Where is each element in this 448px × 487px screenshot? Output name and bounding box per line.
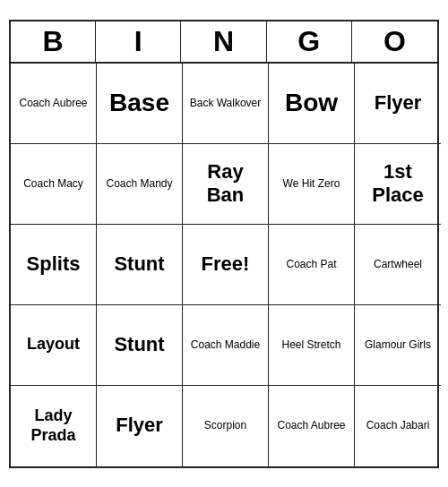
bingo-cell-4: Flyer	[355, 64, 441, 144]
cell-text-22: Scorpion	[204, 419, 246, 431]
bingo-cell-15: Layout	[11, 305, 97, 386]
cell-text-18: Heel Stretch	[281, 338, 340, 351]
bingo-cell-23: Coach Aubree	[269, 386, 355, 466]
bingo-card: BINGO Coach AubreeBaseBack WalkoverBowFl…	[9, 20, 439, 468]
cell-text-0: Coach Aubree	[19, 97, 87, 109]
cell-text-1: Base	[109, 88, 169, 118]
bingo-cell-5: Coach Macy	[11, 144, 97, 225]
bingo-cell-16: Stunt	[97, 305, 183, 386]
cell-text-14: Cartwheel	[374, 258, 422, 270]
cell-text-23: Coach Aubree	[277, 419, 345, 431]
bingo-cell-14: Cartwheel	[355, 225, 441, 305]
cell-text-12: Free!	[202, 252, 250, 276]
cell-text-17: Coach Maddie	[191, 338, 260, 351]
cell-text-3: Bow	[285, 88, 338, 118]
bingo-cell-22: Scorpion	[183, 386, 269, 466]
bingo-cell-21: Flyer	[97, 386, 183, 466]
cell-text-9: 1st Place	[358, 160, 437, 208]
bingo-grid: Coach AubreeBaseBack WalkoverBowFlyerCoa…	[11, 64, 437, 466]
cell-text-19: Glamour Girls	[365, 338, 431, 351]
bingo-cell-0: Coach Aubree	[11, 64, 97, 144]
header-letter-o: O	[352, 21, 437, 62]
cell-text-5: Coach Macy	[23, 177, 83, 190]
cell-text-13: Coach Pat	[286, 258, 336, 270]
cell-text-21: Flyer	[116, 414, 163, 437]
header-letter-b: B	[11, 21, 96, 62]
bingo-cell-20: Lady Prada	[11, 386, 97, 466]
header-letter-i: I	[96, 21, 181, 62]
header-letter-g: G	[267, 21, 352, 62]
bingo-cell-8: We Hit Zero	[269, 144, 355, 225]
bingo-cell-18: Heel Stretch	[269, 305, 355, 386]
cell-text-2: Back Walkover	[190, 97, 262, 109]
cell-text-24: Coach Jabari	[366, 419, 430, 431]
bingo-cell-11: Stunt	[97, 225, 183, 305]
cell-text-20: Lady Prada	[14, 406, 92, 445]
bingo-cell-24: Coach Jabari	[355, 386, 441, 466]
bingo-cell-9: 1st Place	[355, 144, 441, 225]
cell-text-6: Coach Mandy	[106, 177, 172, 190]
cell-text-16: Stunt	[114, 333, 164, 356]
bingo-cell-3: Bow	[269, 64, 355, 144]
bingo-cell-12: Free!	[183, 225, 269, 305]
cell-text-4: Flyer	[375, 91, 422, 115]
cell-text-7: Ray Ban	[186, 160, 264, 208]
cell-text-10: Splits	[27, 252, 81, 276]
bingo-header: BINGO	[11, 21, 437, 64]
cell-text-11: Stunt	[114, 252, 164, 276]
bingo-cell-17: Coach Maddie	[183, 305, 269, 386]
cell-text-15: Layout	[27, 335, 80, 355]
bingo-cell-13: Coach Pat	[269, 225, 355, 305]
bingo-cell-7: Ray Ban	[183, 144, 269, 225]
bingo-cell-19: Glamour Girls	[355, 305, 441, 386]
bingo-cell-6: Coach Mandy	[97, 144, 183, 225]
bingo-cell-10: Splits	[11, 225, 97, 305]
bingo-cell-2: Back Walkover	[183, 64, 269, 144]
bingo-cell-1: Base	[97, 64, 183, 144]
cell-text-8: We Hit Zero	[283, 177, 340, 190]
header-letter-n: N	[181, 21, 266, 62]
